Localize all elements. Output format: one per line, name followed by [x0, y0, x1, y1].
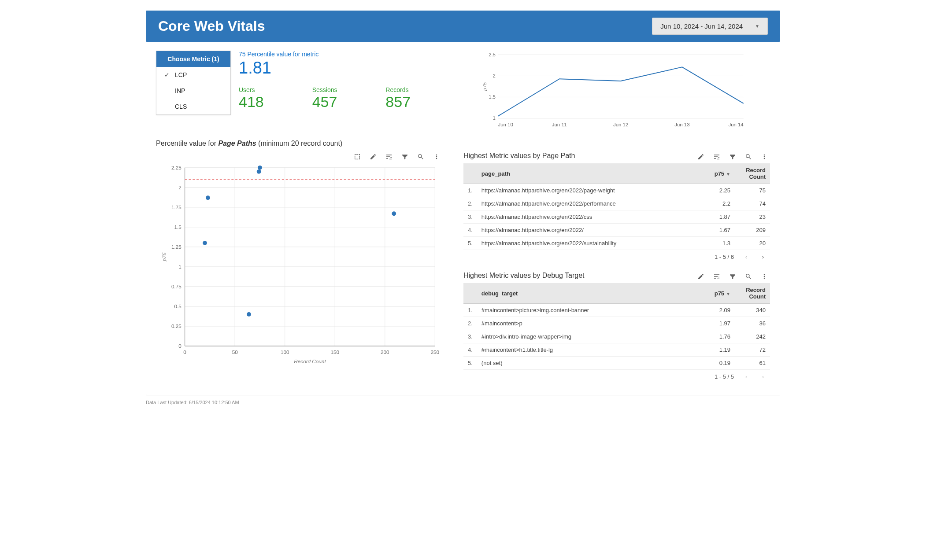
- pager-prev[interactable]: ‹: [742, 254, 751, 260]
- svg-point-52: [392, 211, 396, 216]
- pagepaths-section-title: Percentile value for Page Paths (minimum…: [156, 140, 770, 147]
- svg-text:1: 1: [493, 115, 496, 121]
- pager-next[interactable]: ›: [759, 373, 767, 380]
- svg-text:0: 0: [178, 343, 181, 349]
- svg-text:Jun 13: Jun 13: [674, 122, 689, 127]
- zoom-icon[interactable]: [417, 153, 425, 161]
- table-row[interactable]: 2. https://almanac.httparchive.org/en/20…: [463, 197, 770, 210]
- svg-point-54: [247, 312, 251, 317]
- svg-text:1.5: 1.5: [174, 224, 181, 230]
- kpi-sessions-label: Sessions: [312, 86, 377, 93]
- svg-text:Jun 11: Jun 11: [552, 122, 567, 127]
- metric-option-inp[interactable]: INP: [156, 83, 230, 99]
- col-record-count[interactable]: Record Count: [735, 283, 770, 304]
- page-title: Core Web Vitals: [158, 18, 265, 34]
- svg-point-50: [257, 169, 261, 174]
- kpi-users-value: 418: [239, 93, 304, 111]
- svg-text:2: 2: [178, 184, 181, 190]
- debug-table-title: Highest Metric values by Debug Target: [463, 270, 585, 283]
- filter-icon[interactable]: [729, 153, 737, 161]
- filter-icon[interactable]: [729, 273, 737, 280]
- table-row[interactable]: 3. https://almanac.httparchive.org/en/20…: [463, 210, 770, 224]
- col-p75[interactable]: p75▼: [697, 163, 735, 184]
- scatter-panel: 00.250.50.7511.251.51.7522.2505010015020…: [156, 150, 442, 368]
- table-row[interactable]: 5. https://almanac.httparchive.org/en/20…: [463, 237, 770, 250]
- pager-next[interactable]: ›: [759, 254, 767, 260]
- svg-text:0: 0: [183, 349, 186, 355]
- trend-line-chart: 11.522.5Jun 10Jun 11Jun 12Jun 13Jun 14p7…: [458, 51, 770, 132]
- zoom-icon[interactable]: [745, 153, 752, 161]
- pager-prev[interactable]: ‹: [742, 373, 751, 380]
- date-range-picker[interactable]: Jun 10, 2024 - Jun 14, 2024 ▼: [652, 18, 768, 35]
- svg-text:50: 50: [232, 349, 238, 355]
- more-vert-icon[interactable]: [433, 153, 441, 161]
- sliders-icon[interactable]: [385, 153, 393, 161]
- svg-text:0.75: 0.75: [171, 284, 181, 289]
- kpi-records-value: 857: [385, 93, 450, 111]
- debug-table-toolbar: [695, 270, 770, 283]
- metric-option-cls[interactable]: CLS: [156, 99, 230, 114]
- debug-pager: 1 - 5 / 5 ‹ ›: [463, 370, 770, 380]
- metric-selector-list: ✓ LCP INP CLS: [156, 67, 230, 114]
- svg-text:2.25: 2.25: [171, 165, 181, 170]
- metric-selector-card: Choose Metric (1) ✓ LCP INP CLS: [156, 51, 231, 115]
- svg-text:0.25: 0.25: [171, 323, 181, 329]
- table-row[interactable]: 5. (not set) 0.19 61: [463, 357, 770, 370]
- svg-text:100: 100: [281, 349, 289, 355]
- table-row[interactable]: 4. #maincontent>h1.title.title-lg 1.19 7…: [463, 343, 770, 357]
- zoom-icon[interactable]: [745, 273, 752, 280]
- col-debug-target[interactable]: debug_target: [477, 283, 689, 304]
- table-row[interactable]: 2. #maincontent>p 1.97 36: [463, 317, 770, 330]
- more-vert-icon[interactable]: [760, 273, 768, 280]
- svg-point-53: [203, 241, 207, 245]
- select-box-icon[interactable]: [353, 153, 361, 161]
- svg-text:1.75: 1.75: [171, 204, 181, 210]
- pager-range: 1 - 5 / 6: [715, 254, 734, 260]
- tables-panel: Highest Metric values by Page Path: [463, 150, 770, 390]
- page-header: Core Web Vitals Jun 10, 2024 - Jun 14, 2…: [146, 11, 780, 42]
- table-row[interactable]: 4. https://almanac.httparchive.org/en/20…: [463, 224, 770, 237]
- pencil-icon[interactable]: [697, 153, 705, 161]
- kpi-sessions-value: 457: [312, 93, 377, 111]
- svg-text:1: 1: [178, 264, 181, 269]
- svg-text:2: 2: [493, 73, 496, 78]
- metric-option-lcp[interactable]: ✓ LCP: [156, 67, 230, 83]
- check-icon: ✓: [163, 71, 170, 78]
- date-range-label: Jun 10, 2024 - Jun 14, 2024: [660, 22, 743, 30]
- filter-icon[interactable]: [401, 153, 409, 161]
- debug-table: debug_target p75▼ Record Count 1. #mainc…: [463, 283, 770, 370]
- svg-text:p75: p75: [161, 252, 167, 262]
- kpi-percentile-label: 75 Percentile value for metric: [239, 51, 450, 58]
- sliders-icon[interactable]: [713, 273, 721, 280]
- pagepath-table-title: Highest Metric values by Page Path: [463, 150, 575, 163]
- svg-text:250: 250: [431, 349, 440, 355]
- svg-text:2.5: 2.5: [489, 52, 496, 57]
- svg-text:1.5: 1.5: [489, 94, 496, 99]
- pagepath-table-toolbar: [695, 150, 770, 163]
- svg-text:Record Count: Record Count: [294, 358, 326, 364]
- table-row[interactable]: 3. #intro>div.intro-image-wrapper>img 1.…: [463, 330, 770, 343]
- pencil-icon[interactable]: [369, 153, 377, 161]
- table-row[interactable]: 1. #maincontent>picture>img.content-bann…: [463, 304, 770, 317]
- metric-selector-header: Choose Metric (1): [156, 51, 230, 67]
- svg-text:Jun 10: Jun 10: [498, 122, 513, 127]
- pencil-icon[interactable]: [697, 273, 705, 280]
- table-row[interactable]: 1. https://almanac.httparchive.org/en/20…: [463, 184, 770, 197]
- svg-text:150: 150: [330, 349, 339, 355]
- chevron-down-icon: ▼: [755, 24, 759, 29]
- data-last-updated: Data Last Updated: 6/15/2024 10:12:50 AM: [146, 400, 780, 405]
- pagepath-table: page_path p75▼ Record Count 1. https://a…: [463, 163, 770, 250]
- svg-text:200: 200: [381, 349, 389, 355]
- svg-text:p75: p75: [482, 82, 487, 91]
- kpi-percentile-value: 1.81: [239, 59, 450, 77]
- col-page-path[interactable]: page_path: [477, 163, 697, 184]
- svg-text:Jun 12: Jun 12: [613, 122, 628, 127]
- sort-desc-icon: ▼: [726, 172, 730, 177]
- scatter-toolbar: [156, 150, 442, 163]
- svg-text:0.5: 0.5: [174, 303, 181, 309]
- col-p75[interactable]: p75▼: [689, 283, 735, 304]
- kpi-users-label: Users: [239, 86, 304, 93]
- col-record-count[interactable]: Record Count: [735, 163, 770, 184]
- sliders-icon[interactable]: [713, 153, 721, 161]
- more-vert-icon[interactable]: [760, 153, 768, 161]
